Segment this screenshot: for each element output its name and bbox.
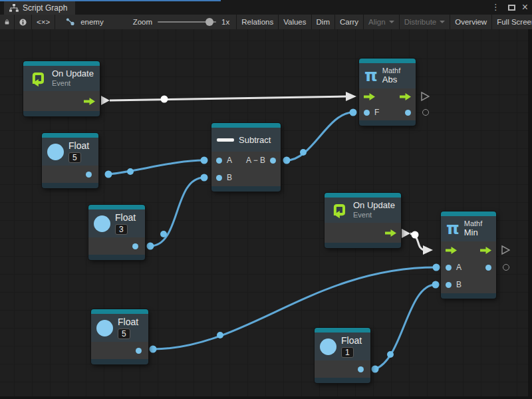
flow-output-port[interactable] bbox=[84, 98, 95, 105]
node-color-strip bbox=[359, 59, 416, 63]
pi-icon: π bbox=[364, 67, 378, 84]
unconnected-flow-indicator-icon bbox=[421, 92, 430, 101]
subtract-minus-icon bbox=[217, 138, 234, 142]
graph-pointer-icon bbox=[66, 18, 75, 26]
float-value-field[interactable]: 1 bbox=[341, 347, 354, 358]
info-icon bbox=[19, 18, 27, 27]
node-subtitle: Event bbox=[353, 211, 395, 219]
flow-output-port[interactable] bbox=[385, 229, 396, 237]
float-value-field[interactable]: 5 bbox=[118, 329, 130, 339]
carry-button[interactable]: Carry bbox=[335, 15, 364, 29]
kebab-menu-icon[interactable]: ⋮ bbox=[490, 4, 501, 11]
wire-float3-subtractB bbox=[147, 174, 208, 250]
relations-button[interactable]: Relations bbox=[237, 15, 279, 29]
node-title: Float bbox=[68, 140, 89, 151]
float-circle-icon bbox=[96, 320, 113, 336]
input-label-b: B bbox=[456, 280, 462, 289]
unconnected-value-indicator-icon bbox=[422, 109, 429, 116]
flow-output-port[interactable] bbox=[480, 247, 491, 254]
node-float-1[interactable]: Float 1 bbox=[315, 328, 370, 383]
value-output-port[interactable] bbox=[86, 172, 92, 178]
node-color-strip bbox=[91, 309, 148, 314]
node-on-update-1[interactable]: On Update Event bbox=[23, 61, 100, 116]
node-on-update-2[interactable]: On Update Event bbox=[325, 193, 401, 248]
float-circle-icon bbox=[47, 144, 64, 160]
input-port-b[interactable] bbox=[216, 175, 222, 181]
node-supertitle: Mathf bbox=[464, 219, 483, 228]
node-footer bbox=[23, 111, 100, 116]
maximize-icon[interactable] bbox=[508, 5, 515, 11]
node-title: On Update bbox=[52, 69, 94, 79]
node-footer bbox=[42, 183, 98, 188]
node-color-strip bbox=[315, 328, 370, 332]
node-float-5-bottom[interactable]: Float 5 bbox=[91, 309, 148, 364]
node-footer bbox=[88, 255, 145, 260]
node-title: Float bbox=[341, 335, 362, 346]
input-port-a[interactable] bbox=[216, 158, 222, 164]
graph-canvas[interactable]: On Update Event Float 5 bbox=[0, 29, 528, 396]
edit-source-button[interactable]: <×> bbox=[32, 15, 55, 29]
float-value-field[interactable]: 3 bbox=[115, 224, 128, 235]
node-float-5-top[interactable]: Float 5 bbox=[42, 133, 98, 188]
value-output-port[interactable] bbox=[485, 265, 491, 271]
node-title: Float bbox=[115, 212, 136, 223]
graph-zoom-segment: enemy Zoom 1x bbox=[55, 15, 237, 29]
input-label-b: B bbox=[227, 173, 232, 182]
flow-output-port[interactable] bbox=[400, 93, 411, 100]
loop-arrow-icon bbox=[29, 69, 47, 88]
input-label-a: A bbox=[227, 156, 232, 165]
info-button[interactable] bbox=[15, 15, 32, 29]
unconnected-flow-indicator-icon bbox=[501, 245, 510, 255]
align-button: Align bbox=[364, 15, 400, 29]
node-footer bbox=[441, 293, 496, 299]
zoom-value: 1x bbox=[221, 18, 229, 26]
node-float-3[interactable]: Float 3 bbox=[88, 205, 145, 260]
tab-label: Script Graph bbox=[23, 3, 67, 13]
node-color-strip bbox=[23, 61, 100, 66]
node-footer bbox=[91, 359, 148, 364]
titlebar: Script Graph ⋮ × bbox=[0, 0, 532, 15]
flow-input-port[interactable] bbox=[446, 247, 457, 254]
values-button[interactable]: Values bbox=[279, 15, 311, 29]
value-output-port[interactable] bbox=[270, 158, 276, 164]
node-mathf-abs[interactable]: π Mathf Abs F bbox=[359, 59, 416, 126]
input-port-a[interactable] bbox=[446, 265, 452, 271]
float-value-field[interactable]: 5 bbox=[68, 152, 81, 163]
lock-button[interactable] bbox=[0, 15, 15, 29]
node-color-strip bbox=[325, 193, 401, 198]
flow-input-port[interactable] bbox=[364, 93, 375, 100]
input-label-a: A bbox=[456, 263, 462, 272]
zoom-slider[interactable] bbox=[158, 21, 216, 23]
dim-button[interactable]: Dim bbox=[312, 15, 335, 29]
value-output-port[interactable] bbox=[132, 243, 138, 249]
value-output-port[interactable] bbox=[136, 348, 142, 354]
full-screen-button[interactable]: Full Screen bbox=[492, 15, 532, 29]
wire-flow-update2-min bbox=[402, 229, 433, 255]
node-title: Subtract bbox=[239, 135, 271, 145]
graph-reference-label[interactable]: enemy bbox=[80, 18, 104, 26]
value-output-port[interactable] bbox=[405, 110, 411, 116]
input-port-b[interactable] bbox=[446, 282, 452, 288]
close-icon[interactable]: × bbox=[522, 3, 528, 12]
value-output-port[interactable] bbox=[358, 366, 364, 372]
wire-subtract-absF bbox=[283, 109, 357, 164]
node-color-strip bbox=[441, 211, 496, 216]
wire-float5b-minA bbox=[150, 264, 440, 353]
overview-button[interactable]: Overview bbox=[450, 15, 492, 29]
unconnected-value-indicator-icon bbox=[503, 264, 509, 271]
input-port-f[interactable] bbox=[364, 110, 370, 116]
dropdown-arrow-icon bbox=[440, 21, 445, 23]
node-color-strip bbox=[211, 123, 281, 128]
wire-float5-subtractA bbox=[105, 157, 208, 178]
node-mathf-min[interactable]: π Mathf Min A bbox=[441, 211, 496, 299]
zoom-slider-handle[interactable] bbox=[205, 18, 213, 26]
edit-source-label: <×> bbox=[37, 18, 50, 26]
node-subtract[interactable]: Subtract A A − B B bbox=[211, 123, 281, 192]
distribute-button: Distribute bbox=[400, 15, 451, 29]
window-controls: ⋮ × bbox=[490, 0, 528, 15]
dropdown-arrow-icon bbox=[389, 21, 394, 23]
pi-icon: π bbox=[446, 220, 460, 237]
toolbar-buttons: Relations Values Dim Carry Align Distrib… bbox=[237, 15, 532, 29]
hierarchy-icon bbox=[9, 4, 19, 12]
tab-script-graph[interactable]: Script Graph bbox=[4, 1, 75, 15]
